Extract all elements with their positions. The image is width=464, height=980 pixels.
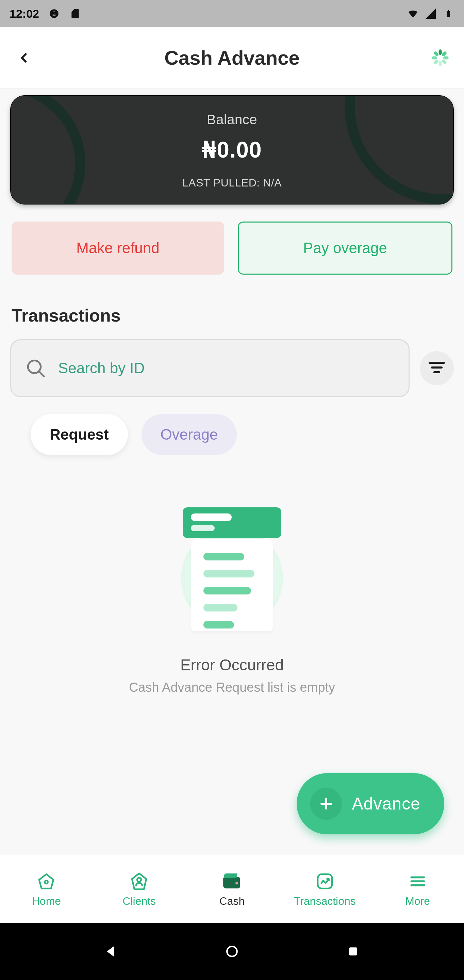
filter-icon xyxy=(427,358,446,379)
tab-request[interactable]: Request xyxy=(30,414,128,455)
svg-rect-8 xyxy=(433,51,439,56)
empty-subtitle: Cash Advance Request list is empty xyxy=(129,680,335,695)
tab-overage[interactable]: Overage xyxy=(141,414,237,455)
balance-amount: ₦0.00 xyxy=(24,137,440,163)
svg-rect-26 xyxy=(349,947,357,955)
tab-label: Home xyxy=(32,895,61,907)
search-input[interactable] xyxy=(58,360,398,377)
advance-fab-button[interactable]: Advance xyxy=(297,773,444,834)
balance-label: Balance xyxy=(24,112,440,127)
android-status-bar: 12:02 xyxy=(0,0,464,27)
tab-cash[interactable]: Cash xyxy=(186,870,279,907)
menu-icon xyxy=(407,870,429,892)
svg-point-0 xyxy=(50,9,59,18)
empty-list-icon xyxy=(167,506,297,635)
search-icon xyxy=(25,357,47,379)
app-header: Cash Advance xyxy=(0,27,464,89)
svg-rect-6 xyxy=(433,59,439,65)
svg-point-17 xyxy=(45,881,48,884)
empty-title: Error Occurred xyxy=(180,656,284,674)
android-home-button[interactable] xyxy=(222,941,242,962)
loading-spinner-icon xyxy=(430,48,450,68)
filter-button[interactable] xyxy=(420,351,454,385)
search-box[interactable] xyxy=(10,339,410,397)
android-nav-bar xyxy=(0,923,464,980)
svg-rect-3 xyxy=(443,56,449,59)
svg-line-10 xyxy=(39,372,44,376)
balance-card: Balance ₦0.00 LAST PULLED: N/A xyxy=(10,95,454,205)
svg-rect-5 xyxy=(439,60,442,66)
svg-rect-4 xyxy=(441,59,447,65)
tab-transactions[interactable]: Transactions xyxy=(278,870,371,907)
fab-label: Advance xyxy=(352,794,421,814)
svg-rect-1 xyxy=(439,49,442,55)
sd-card-icon xyxy=(69,8,81,20)
svg-point-20 xyxy=(235,882,238,885)
pay-overage-button[interactable]: Pay overage xyxy=(238,221,453,275)
status-time: 12:02 xyxy=(10,7,39,21)
tab-label: Clients xyxy=(122,895,156,907)
bottom-tab-bar: Home Clients Cash Transactions More xyxy=(0,855,464,923)
notification-icon xyxy=(48,8,60,20)
tab-label: Transactions xyxy=(294,895,356,907)
tab-label: Cash xyxy=(219,895,245,907)
cell-signal-icon xyxy=(424,8,437,20)
svg-point-19 xyxy=(137,878,141,882)
make-refund-button[interactable]: Make refund xyxy=(11,221,224,275)
clients-icon xyxy=(128,870,150,892)
plus-icon xyxy=(310,788,342,820)
balance-last-pulled: LAST PULLED: N/A xyxy=(24,177,440,189)
empty-state: Error Occurred Cash Advance Request list… xyxy=(10,506,454,695)
transactions-icon xyxy=(314,870,336,892)
back-button[interactable] xyxy=(14,48,34,68)
tab-label: More xyxy=(405,895,430,907)
wifi-icon xyxy=(407,8,419,20)
transactions-title: Transactions xyxy=(11,305,454,326)
svg-point-25 xyxy=(227,946,237,956)
android-back-button[interactable] xyxy=(101,941,121,962)
wallet-icon xyxy=(221,870,243,892)
android-overview-button[interactable] xyxy=(343,941,363,962)
home-icon xyxy=(35,870,57,892)
svg-rect-2 xyxy=(441,51,447,56)
page-title: Cash Advance xyxy=(34,46,430,69)
tab-clients[interactable]: Clients xyxy=(93,870,186,907)
tab-home[interactable]: Home xyxy=(0,870,93,907)
battery-icon xyxy=(442,8,454,20)
svg-rect-7 xyxy=(432,56,437,59)
tab-more[interactable]: More xyxy=(371,870,464,907)
